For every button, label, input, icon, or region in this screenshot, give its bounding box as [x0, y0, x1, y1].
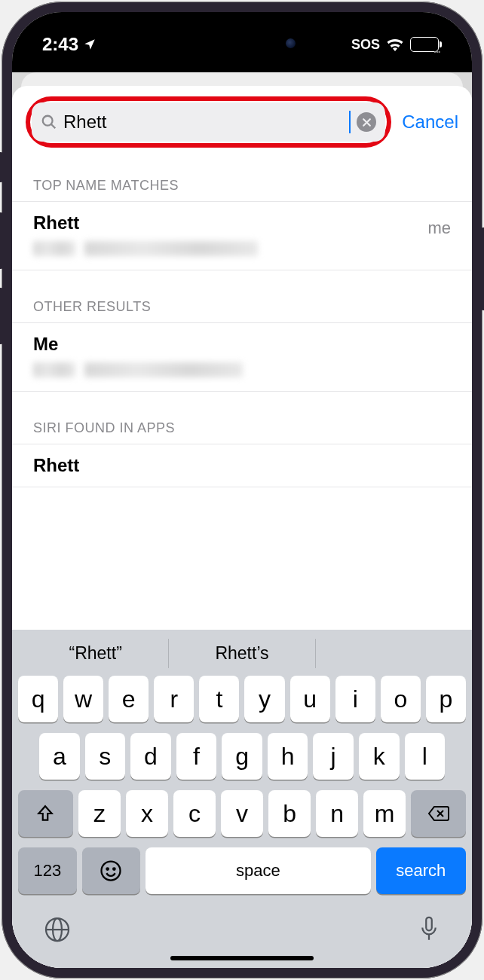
backspace-key[interactable]	[411, 790, 466, 837]
key-a[interactable]: a	[39, 733, 80, 780]
svg-point-8	[114, 868, 116, 870]
search-key[interactable]: search	[376, 847, 466, 894]
text-cursor	[349, 111, 351, 133]
key-row-3: zxcvbnm	[17, 790, 467, 837]
key-p[interactable]: p	[426, 676, 466, 722]
svg-point-6	[102, 862, 121, 881]
dynamic-island	[178, 26, 306, 60]
key-k[interactable]: k	[359, 733, 400, 780]
cancel-button[interactable]: Cancel	[399, 111, 458, 133]
key-w[interactable]: w	[63, 676, 103, 722]
suggestion-3[interactable]	[316, 639, 461, 668]
results-list: TOP NAME MATCHES Rhett me OTHER RESULTS …	[12, 155, 472, 630]
dictation-icon[interactable]	[418, 915, 440, 944]
redacted-text	[84, 362, 243, 377]
key-l[interactable]: l	[405, 733, 446, 780]
key-g[interactable]: g	[222, 733, 262, 780]
front-camera-icon	[286, 38, 296, 48]
key-j[interactable]: j	[313, 733, 354, 780]
key-row-2: asdfghjkl	[17, 733, 467, 780]
shift-key[interactable]	[18, 790, 73, 837]
location-icon	[83, 38, 96, 51]
key-d[interactable]: d	[130, 733, 171, 780]
space-key[interactable]: space	[146, 847, 370, 894]
key-t[interactable]: t	[199, 676, 239, 722]
home-indicator[interactable]	[170, 956, 314, 960]
screen: 2:43 SOS 31 •••	[12, 12, 472, 968]
svg-point-7	[107, 868, 109, 870]
key-b[interactable]: b	[268, 790, 311, 837]
redacted-text	[33, 362, 75, 377]
key-m[interactable]: m	[363, 790, 406, 837]
side-button	[0, 152, 3, 182]
suggestion-bar: “Rhett” Rhett’s	[17, 639, 467, 676]
key-u[interactable]: u	[290, 676, 330, 722]
annotation-highlight	[26, 96, 391, 148]
redacted-text	[84, 241, 258, 256]
key-x[interactable]: x	[126, 790, 168, 837]
emoji-key[interactable]	[82, 847, 141, 894]
section-header-other: OTHER RESULTS	[12, 299, 472, 323]
search-input[interactable]	[63, 111, 348, 133]
result-title: Rhett	[33, 212, 451, 234]
suggestion-1[interactable]: “Rhett”	[23, 639, 169, 668]
key-z[interactable]: z	[78, 790, 121, 837]
key-f[interactable]: f	[176, 733, 217, 780]
phone-frame: 2:43 SOS 31 •••	[2, 2, 482, 978]
key-row-1: qwertyuiop	[17, 676, 467, 722]
power-button	[481, 227, 484, 310]
keyboard: “Rhett” Rhett’s qwertyuiop asdfghjkl zxc…	[12, 630, 472, 968]
redacted-text	[33, 241, 75, 256]
svg-rect-12	[426, 917, 432, 931]
key-v[interactable]: v	[221, 790, 263, 837]
svg-point-0	[43, 116, 53, 126]
status-time: 2:43	[42, 34, 78, 55]
key-y[interactable]: y	[244, 676, 284, 722]
key-i[interactable]: i	[335, 676, 375, 722]
key-q[interactable]: q	[18, 676, 58, 722]
clear-button[interactable]	[357, 112, 376, 132]
search-sheet: Cancel TOP NAME MATCHES Rhett me O	[12, 86, 472, 968]
suggestion-2[interactable]: Rhett’s	[169, 639, 315, 668]
wifi-icon	[386, 38, 404, 51]
result-row-other[interactable]: Me	[12, 323, 472, 392]
key-row-4: 123 space search	[17, 847, 467, 894]
battery-percent: 31	[419, 38, 430, 50]
key-s[interactable]: s	[85, 733, 126, 780]
result-title: Rhett	[33, 455, 451, 476]
key-r[interactable]: r	[154, 676, 194, 722]
svg-line-1	[51, 124, 56, 129]
section-header-siri: SIRI FOUND IN APPS	[12, 420, 472, 444]
key-n[interactable]: n	[316, 790, 358, 837]
search-field[interactable]	[32, 102, 385, 142]
result-title: Me	[33, 334, 451, 355]
key-h[interactable]: h	[268, 733, 308, 780]
volume-down-button	[0, 288, 3, 344]
key-e[interactable]: e	[109, 676, 149, 722]
globe-icon[interactable]	[44, 916, 71, 943]
result-row-top[interactable]: Rhett me	[12, 202, 472, 270]
me-badge: me	[427, 218, 451, 238]
numbers-key[interactable]: 123	[18, 847, 77, 894]
volume-up-button	[0, 212, 3, 269]
result-row-siri[interactable]: Rhett	[12, 444, 472, 487]
section-header-top: TOP NAME MATCHES	[12, 178, 472, 202]
search-icon	[41, 114, 57, 130]
key-o[interactable]: o	[381, 676, 421, 722]
key-c[interactable]: c	[173, 790, 216, 837]
sos-label: SOS	[351, 37, 380, 53]
